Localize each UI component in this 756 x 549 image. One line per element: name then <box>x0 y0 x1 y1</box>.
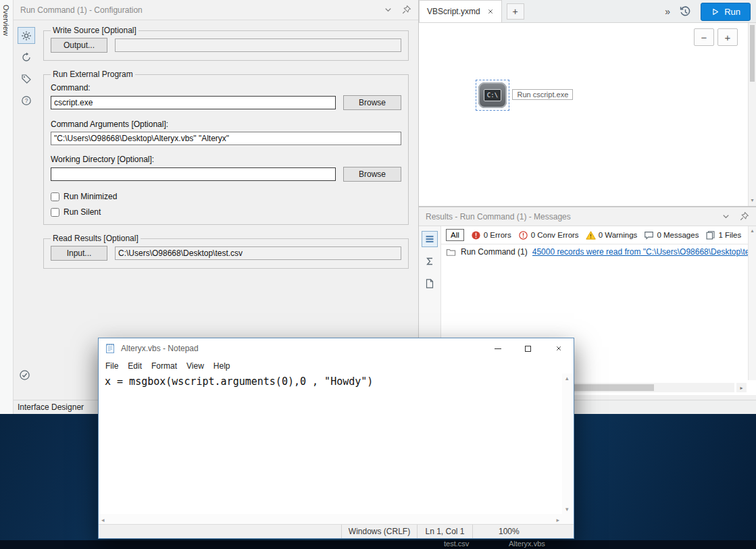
input-path-field[interactable] <box>115 246 401 260</box>
message-bubble-icon <box>644 230 654 240</box>
read-results-group: Read Results [Optional] Input... <box>43 234 409 269</box>
command-arguments-label: Command Arguments [Optional]: <box>51 120 401 129</box>
filter-messages-button[interactable]: 0 Messages <box>644 230 699 240</box>
results-vertical-scrollbar[interactable]: ▴ <box>748 226 756 380</box>
input-button[interactable]: Input... <box>51 246 107 261</box>
run-external-program-legend: Run External Program <box>51 70 135 79</box>
tab-label: VBScript.yxmd <box>427 7 480 16</box>
filter-warnings-button[interactable]: 0 Warnings <box>586 230 638 240</box>
scroll-up-arrow[interactable]: ▴ <box>565 375 569 382</box>
notepad-icon <box>105 343 116 354</box>
status-zoom-level: 100% <box>472 525 574 538</box>
filter-conv-errors-button[interactable]: 0 Conv Errors <box>518 230 579 240</box>
taskbar-item-alteryx-vbs[interactable]: Alteryx.vbs <box>509 540 545 548</box>
scroll-right-arrow[interactable]: ▸ <box>556 517 559 523</box>
filter-messages-label: 0 Messages <box>657 231 699 239</box>
menu-file[interactable]: File <box>101 361 123 371</box>
filter-errors-label: 0 Errors <box>484 231 511 239</box>
menu-format[interactable]: Format <box>147 361 182 371</box>
scroll-down-arrow[interactable]: ▾ <box>565 506 569 513</box>
filter-warnings-label: 0 Warnings <box>599 231 638 239</box>
report-view-button[interactable] <box>422 276 438 292</box>
tag-icon <box>21 74 32 84</box>
filter-errors-button[interactable]: 0 Errors <box>471 230 511 240</box>
chevron-down-icon[interactable] <box>383 5 393 15</box>
write-source-group: Write Source [Optional] Output... <box>43 26 409 61</box>
maximize-icon <box>525 346 531 352</box>
scroll-up-arrow[interactable]: ▴ <box>749 227 756 235</box>
close-button[interactable] <box>543 338 574 359</box>
scroll-right-arrow[interactable]: ▸ <box>736 383 747 392</box>
help-icon <box>21 95 32 106</box>
play-icon <box>711 7 720 16</box>
warning-icon <box>586 230 596 240</box>
overview-tab-label: Overview <box>2 5 10 36</box>
menu-edit[interactable]: Edit <box>123 361 147 371</box>
output-button[interactable]: Output... <box>51 38 107 53</box>
run-minimized-checkbox[interactable] <box>51 192 59 201</box>
result-message-row[interactable]: Run Command (1) 45000 records were read … <box>441 244 756 259</box>
menu-help[interactable]: Help <box>209 361 235 371</box>
filter-files-button[interactable]: 1 Files <box>705 230 741 240</box>
run-silent-label: Run Silent <box>64 207 101 217</box>
scrollbar-thumb[interactable] <box>750 25 755 82</box>
status-encoding: Windows (CRLF) <box>341 525 417 538</box>
help-tab[interactable] <box>18 92 35 109</box>
interface-designer-tab[interactable]: Interface Designer <box>18 402 84 412</box>
notepad-vertical-scrollbar[interactable]: ▴ ▾ <box>562 373 574 514</box>
annotation-tab[interactable] <box>18 70 35 87</box>
history-icon[interactable] <box>679 5 692 18</box>
result-message-link[interactable]: 45000 records were read from "C:\Users\O… <box>532 247 751 257</box>
results-panel-header: Results - Run Command (1) - Messages <box>419 207 756 226</box>
pin-icon[interactable] <box>739 211 749 221</box>
notepad-edit-area[interactable]: x = msgbox(wscript.arguments(0),0 , "How… <box>99 373 562 514</box>
tab-overflow-button[interactable]: » <box>665 6 670 17</box>
run-button[interactable]: Run <box>701 3 751 21</box>
run-minimized-label: Run Minimized <box>64 192 117 201</box>
configuration-tab[interactable] <box>18 27 35 44</box>
overview-tab[interactable]: Overview <box>0 0 14 414</box>
scroll-left-arrow[interactable]: ◂ <box>101 517 105 523</box>
pin-icon[interactable] <box>401 5 411 15</box>
chevron-down-icon[interactable] <box>721 211 731 221</box>
error-icon <box>471 230 481 240</box>
refresh-icon <box>21 52 32 63</box>
zoom-in-button[interactable]: + <box>717 28 738 46</box>
working-directory-label: Working Directory [Optional]: <box>51 155 401 164</box>
browse-working-directory-button[interactable]: Browse <box>343 167 401 182</box>
command-arguments-input[interactable] <box>51 132 401 145</box>
taskbar <box>0 540 756 549</box>
tool-selection-outline: C:\ <box>476 80 509 111</box>
zoom-out-button[interactable]: − <box>694 28 714 46</box>
notepad-statusbar: Windows (CRLF) Ln 1, Col 1 100% <box>99 524 574 538</box>
tab-vbscript-yxmd[interactable]: VBScript.yxmd <box>419 0 502 22</box>
performance-tab[interactable] <box>18 49 35 66</box>
run-external-program-group: Run External Program Command: Browse Com… <box>43 70 409 225</box>
new-workflow-button[interactable]: + <box>507 3 524 20</box>
filter-all-button[interactable]: All <box>446 229 464 241</box>
run-command-tool[interactable]: C:\ Run cscript.exe <box>476 80 573 111</box>
command-input[interactable] <box>51 96 336 109</box>
close-tab-icon[interactable] <box>487 8 494 15</box>
profile-view-button[interactable] <box>422 253 438 269</box>
run-button-label: Run <box>724 7 740 17</box>
canvas-vertical-scrollbar[interactable]: ▾ <box>748 23 756 206</box>
messages-view-button[interactable] <box>422 231 438 247</box>
message-tool-name: Run Command (1) <box>461 247 528 257</box>
notepad-titlebar[interactable]: Alteryx.vbs - Notepad <box>99 338 574 359</box>
configuration-panel-title: Run Command (1) - Configuration <box>20 5 143 15</box>
browse-command-button[interactable]: Browse <box>343 95 401 110</box>
taskbar-item-test-csv[interactable]: test.csv <box>444 540 469 548</box>
output-path-field[interactable] <box>115 38 401 52</box>
workflow-canvas[interactable]: − + C:\ Run cscript.exe ▾ <box>419 23 756 206</box>
run-silent-checkbox[interactable] <box>51 208 59 217</box>
filter-conv-errors-label: 0 Conv Errors <box>531 231 579 239</box>
menu-view[interactable]: View <box>182 361 209 371</box>
scroll-down-arrow[interactable]: ▾ <box>749 197 756 205</box>
working-directory-input[interactable] <box>51 167 336 181</box>
status-cursor-position: Ln 1, Col 1 <box>417 525 472 538</box>
minimize-button[interactable] <box>482 338 513 359</box>
tool-annotation[interactable]: Run cscript.exe <box>512 89 573 100</box>
read-results-legend: Read Results [Optional] <box>51 234 141 243</box>
maximize-button[interactable] <box>513 338 543 359</box>
